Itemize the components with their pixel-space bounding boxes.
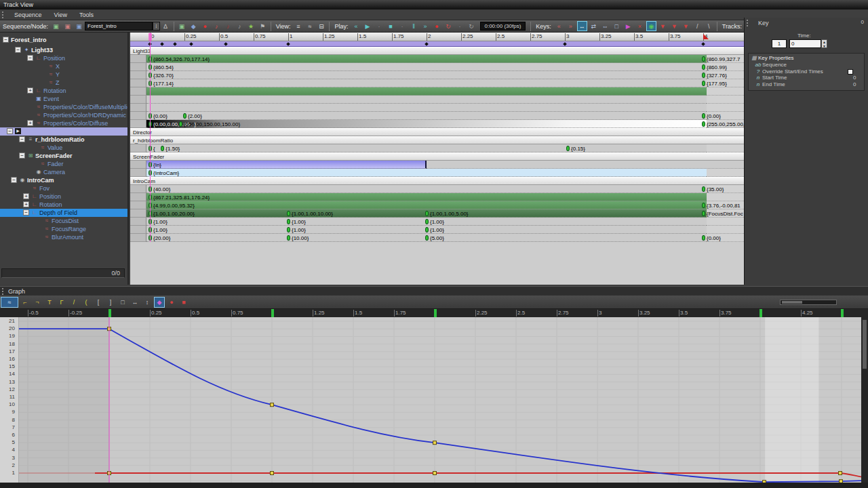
tree-item-depth-of-field[interactable]: −∟Depth of Field — [0, 209, 129, 217]
tree-item-fov[interactable]: ≈Fov — [0, 184, 129, 192]
focus-dist-track-key[interactable] — [425, 219, 429, 224]
record-icon[interactable]: ● — [200, 21, 210, 31]
tree-item-focusdist[interactable]: ≈FocusDist — [0, 217, 129, 225]
timeline-ruler[interactable]: 00.250.50.7511.251.51.7522.252.52.7533.2… — [130, 33, 744, 41]
delete-keys-icon[interactable]: × — [635, 21, 645, 31]
depth-of-field-track-key[interactable] — [425, 211, 429, 216]
tree-item-y[interactable]: ≈Y — [0, 70, 129, 79]
tree-item-properties-color-diffusemultiplier[interactable]: ≈Properties/Color/DiffuseMultiplier — [0, 103, 129, 111]
graph-zoom-slider[interactable] — [780, 300, 837, 305]
depth-of-field-track[interactable]: {1.00,1.00,20.00}{1.00,1.00,10.00}{1.00,… — [130, 209, 744, 218]
record-curve-icon[interactable]: ● — [166, 297, 177, 308]
collapse-icon[interactable]: − — [3, 37, 9, 43]
screenfader-section[interactable]: ScreenFader — [130, 152, 744, 161]
introcam-position-track[interactable]: {867.21,325.81,176.24} — [130, 193, 744, 201]
introcam-fov-track-color-cell[interactable] — [130, 185, 146, 193]
snap-magnet-icon[interactable]: \ — [704, 21, 714, 31]
introcam-rotation-track-color-cell[interactable] — [130, 201, 146, 209]
view-curve-editor-icon[interactable]: ≈ — [304, 21, 315, 31]
light-position-track-color-cell[interactable] — [130, 55, 146, 63]
light-position-track-bar[interactable] — [146, 55, 707, 63]
tree-item-z[interactable]: ≈Z — [0, 79, 129, 87]
sound-icon[interactable]: ♪ — [212, 21, 222, 31]
focus-range-track-key[interactable] — [287, 227, 290, 232]
light-rotation-track-bar[interactable] — [146, 87, 707, 96]
light-diffuse-color-track-key[interactable] — [179, 121, 182, 127]
expand-icon[interactable]: + — [27, 120, 33, 126]
focus-range-track[interactable]: {1.00}{1.00}{1.00} — [130, 226, 744, 234]
select-keys-icon[interactable]: □ — [612, 21, 622, 31]
toolbar-drag-handle[interactable] — [2, 12, 5, 18]
light-hdr-dynamic-track-bar[interactable] — [146, 112, 707, 120]
tree-item-forest-intro[interactable]: −Forest_intro — [0, 36, 129, 44]
go-to-end-icon[interactable]: » — [420, 21, 431, 31]
director-node[interactable]: −▶ — [0, 127, 129, 136]
sequence-properties-icon[interactable]: ∆ — [161, 21, 171, 31]
expand-icon[interactable]: + — [23, 193, 29, 199]
graph-zoom-slider-handle[interactable] — [782, 301, 802, 304]
curve-key[interactable] — [271, 472, 274, 475]
light-position-z-track-bar[interactable] — [146, 79, 707, 87]
light-animation-icon[interactable]: ★ — [246, 21, 256, 31]
tree-item-fader[interactable]: ≈Fader — [0, 160, 129, 168]
graph-horizontal-scrollbar[interactable] — [0, 483, 868, 488]
sound-off-icon[interactable]: ♪ — [235, 21, 245, 31]
tree-item-screenfader[interactable]: −⊞ScreenFader — [0, 152, 129, 160]
light-position-x-track-color-cell[interactable] — [130, 63, 146, 71]
hdrbloom-value-track[interactable]: {{1.50}{0.15} — [130, 144, 744, 152]
graph-vertical-scrollbar[interactable] — [861, 317, 868, 483]
tangent-out-icon[interactable]: ¬ — [32, 297, 43, 308]
blur-amount-track[interactable]: {20.00}{10.00}{5.00}{0.00} — [130, 234, 744, 242]
property-row-end-time[interactable]: nEnd Time0 — [754, 81, 868, 87]
collapse-icon[interactable]: − — [19, 152, 25, 159]
director-camera-track[interactable]: {IntroCam} — [130, 169, 744, 177]
copy-keys-icon[interactable]: ▼ — [658, 21, 668, 31]
tree-item-light33[interactable]: −✦Light33 — [0, 46, 129, 54]
tree-item-r-hdrbloomratio[interactable]: −≡r_hdrbloomRatio — [0, 136, 129, 144]
light-position-y-track-key[interactable] — [702, 73, 705, 78]
depth-of-field-track-key[interactable] — [287, 211, 290, 216]
director-camera-track-bar[interactable] — [146, 169, 707, 177]
sync-selected-tracks-icon[interactable]: ◉ — [646, 21, 656, 31]
freeze-curve-icon[interactable]: ■ — [178, 297, 189, 308]
graph-vscroll-handle[interactable] — [863, 320, 867, 369]
light-diffuse-color-track-color-cell[interactable] — [130, 120, 146, 128]
loop-icon[interactable]: ↻ — [467, 21, 477, 31]
sequence-combo[interactable]: Forest_intro — [85, 22, 153, 30]
light33-section[interactable]: Light33 — [130, 47, 744, 55]
collapse-icon[interactable]: − — [27, 55, 33, 61]
curve-linear-icon[interactable]: / — [68, 297, 79, 308]
introcam-rotation-track-key[interactable] — [702, 203, 705, 208]
paste-keys-icon[interactable]: ▼ — [681, 21, 691, 31]
curve-step-icon[interactable]: Γ — [56, 297, 67, 308]
tangent-icon[interactable]: ▶ — [623, 21, 633, 31]
light-event-track-bar[interactable] — [146, 96, 707, 104]
fit-vertical-icon[interactable]: ↕ — [142, 297, 153, 308]
key-panel-drag-handle[interactable] — [747, 20, 750, 26]
director-section[interactable]: Director — [130, 128, 744, 136]
light-position-z-track-color-cell[interactable] — [130, 79, 146, 87]
light-rotation-track-color-cell[interactable] — [130, 87, 146, 96]
dot-separator-icon[interactable]: · — [455, 21, 465, 31]
focus-dist-track-color-cell[interactable] — [130, 218, 146, 226]
edit-sequence-icon[interactable]: ▣ — [74, 21, 84, 31]
tree-item-rotation[interactable]: +∟Rotation — [0, 87, 129, 95]
director-camera-track-color-cell[interactable] — [130, 169, 146, 177]
light-position-y-track[interactable]: {326.70}{327.76} — [130, 71, 744, 79]
view-both-icon[interactable]: ⊟ — [316, 21, 326, 31]
introcam-rotation-track-bar[interactable] — [146, 201, 707, 209]
tree-item-properties-color-hdrdynamic[interactable]: ≈Properties/Color/HDRDynamic — [0, 111, 129, 119]
menu-view[interactable]: View — [48, 10, 73, 20]
expand-icon[interactable]: + — [27, 87, 33, 94]
tree-item-camera[interactable]: ◉Camera — [0, 168, 129, 176]
override-times-checkbox[interactable] — [848, 69, 853, 75]
blur-amount-track-key[interactable] — [425, 235, 429, 241]
graph-drag-handle[interactable] — [2, 288, 5, 295]
light-hdr-dynamic-track-color-cell[interactable] — [130, 112, 146, 120]
light-position-x-track[interactable]: {860.54}{860.99} — [130, 63, 744, 71]
collapse-icon[interactable]: − — [23, 209, 29, 216]
add-sequence-icon[interactable]: ▣ — [51, 21, 61, 31]
add-node-icon[interactable]: ▣ — [177, 21, 187, 31]
focus-dist-track-key[interactable] — [287, 219, 290, 224]
pause-playback-icon[interactable]: ‖ — [409, 21, 419, 31]
